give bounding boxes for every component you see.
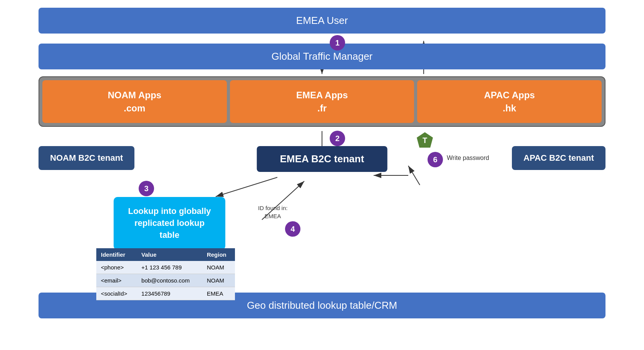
table-cell: EMEA — [202, 287, 235, 300]
table-cell: +1 123 456 789 — [137, 261, 202, 274]
apac-app-box: APAC Apps .hk — [417, 80, 602, 123]
write-password-label: Write password — [447, 155, 489, 162]
badge-4: 4 — [285, 221, 300, 237]
apps-row: NOAM Apps .com EMEA Apps .fr APAC Apps .… — [39, 76, 605, 127]
badge-1: 1 — [330, 35, 345, 50]
noam-tenant-box: NOAM B2C tenant — [39, 146, 134, 170]
emea-user-label: EMEA User — [296, 15, 348, 26]
lookup-table: Identifier Value Region <phone>+1 123 45… — [96, 248, 235, 300]
table-cell: NOAM — [202, 261, 235, 274]
lookup-box: Lookup into globally replicated lookup t… — [114, 197, 225, 249]
table-cell: <socialId> — [96, 287, 137, 300]
table-cell: NOAM — [202, 274, 235, 287]
table-header-value: Value — [137, 248, 202, 261]
badge-2: 2 — [330, 131, 345, 146]
gtm-label: Global Traffic Manager — [272, 50, 373, 62]
badge-6: 6 — [428, 152, 443, 167]
table-row: <phone>+1 123 456 789NOAM — [96, 261, 235, 274]
emea-app-box: EMEA Apps .fr — [230, 80, 414, 123]
badge-3: 3 — [139, 181, 154, 196]
gtm-bar: Global Traffic Manager — [39, 44, 605, 69]
emea-user-bar: EMEA User — [39, 8, 605, 34]
apac-tenant-box: APAC B2C tenant — [512, 146, 605, 170]
table-header-region: Region — [202, 248, 235, 261]
table-cell: <phone> — [96, 261, 137, 274]
table-row: <email>bob@contoso.comNOAM — [96, 274, 235, 287]
table-cell: 123456789 — [137, 287, 202, 300]
diagram-container: EMEA User 1 Global Traffic Manager NOAM … — [0, 0, 644, 350]
geo-label: Geo distributed lookup table/CRM — [247, 300, 397, 311]
noam-app-box: NOAM Apps .com — [42, 80, 227, 123]
lookup-table-container: Identifier Value Region <phone>+1 123 45… — [96, 248, 235, 300]
id-found-label: ID found in: EMEA — [258, 204, 288, 220]
emea-tenant-box: EMEA B2C tenant — [257, 146, 387, 172]
svg-text:T: T — [423, 136, 427, 145]
t-badge: T — [416, 131, 434, 151]
table-cell: bob@contoso.com — [137, 274, 202, 287]
table-header-identifier: Identifier — [96, 248, 137, 261]
table-row: <socialId>123456789EMEA — [96, 287, 235, 300]
table-cell: <email> — [96, 274, 137, 287]
